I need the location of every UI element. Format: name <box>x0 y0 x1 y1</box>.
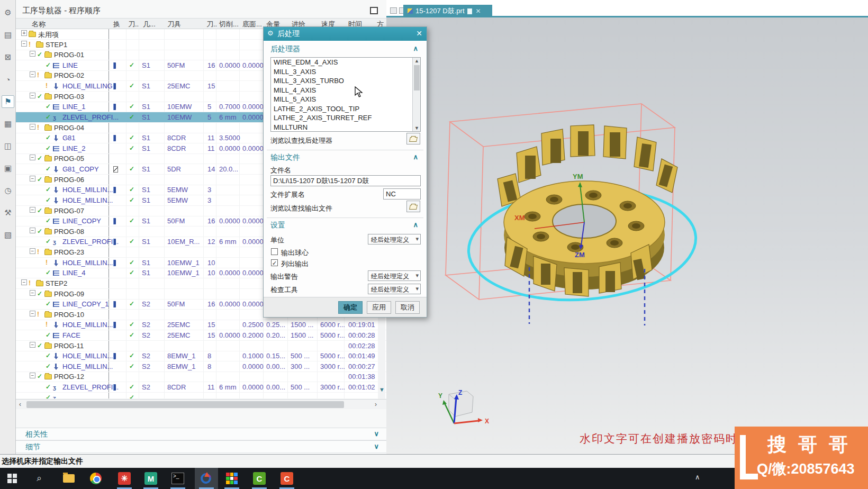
expander-icon[interactable]: − <box>30 373 35 378</box>
postprocessor-item[interactable]: MILL_3_AXIS_TURBO <box>271 76 420 86</box>
dialog-close-icon[interactable]: ✕ <box>416 29 422 38</box>
list-output-checkbox[interactable]: ✓ <box>271 259 278 266</box>
mindmaster-icon[interactable]: M <box>139 468 162 489</box>
roles-icon[interactable]: ▧ <box>2 229 14 241</box>
tree-row[interactable]: −✓PROG-1100:02:28 <box>16 341 386 351</box>
rubiks-app-icon[interactable] <box>220 468 243 489</box>
collapse-chevron-icon[interactable]: ∧ <box>413 221 418 229</box>
expander-icon[interactable]: − <box>30 51 35 57</box>
collapse-chevron-icon[interactable]: ∧ <box>413 153 418 161</box>
column-header-刀[interactable]: 刀.. <box>128 20 139 29</box>
search-icon[interactable]: ⌕ <box>28 468 51 489</box>
window-cascade-icon[interactable] <box>390 7 397 14</box>
postprocessor-item[interactable]: MILLTURN <box>271 123 420 132</box>
expander-icon[interactable]: − <box>30 155 35 160</box>
constraint-navigator-icon[interactable]: ⊠ <box>2 51 14 64</box>
chevron-down-icon[interactable]: ∨ <box>374 442 379 450</box>
tree-row[interactable]: ✓HOLE_MILLIN...✓S28EMW_180.00000.00...30… <box>16 361 386 372</box>
scroll-up-icon[interactable]: ▲ <box>414 58 419 64</box>
scrollbar-thumb[interactable] <box>26 401 344 408</box>
expander-icon[interactable]: − <box>30 290 35 296</box>
postprocessor-item[interactable]: MILL_3_AXIS <box>271 67 420 77</box>
column-header-几[interactable]: 几... <box>143 20 156 29</box>
process-assistant-icon[interactable]: ◫ <box>2 140 14 152</box>
filename-input[interactable]: D:\Li\15-1207 D鼓\15-1207 D鼓 <box>270 175 421 186</box>
apply-button[interactable]: 应用 <box>367 301 391 314</box>
tree-row[interactable]: ✓ʒ✓ <box>16 393 386 399</box>
notebook-icon[interactable]: ▣ <box>2 162 14 175</box>
column-header-刀[interactable]: 刀.. <box>206 20 217 29</box>
collapse-chevron-icon[interactable]: ∧ <box>413 44 418 52</box>
maximize-panel-button[interactable] <box>370 7 378 14</box>
dialog-titlebar[interactable]: ⚙ 后处理 ✕ <box>264 27 427 41</box>
column-header-底面[interactable]: 底面... <box>242 20 262 29</box>
column-header-名称[interactable]: 名称 <box>32 20 46 29</box>
tree-row[interactable]: ✓ʒZLEVEL_PROFI...✓S28CDR116 mm0.00000.00… <box>16 382 386 393</box>
output-ball-center-checkbox[interactable] <box>271 248 278 255</box>
tray-chevron-icon[interactable]: ∧ <box>695 473 700 481</box>
expander-icon[interactable]: − <box>30 176 35 182</box>
postprocessor-item[interactable]: LATHE_2_AXIS_TOOL_TIP <box>271 104 420 114</box>
file-explorer-icon[interactable] <box>57 468 80 489</box>
postprocessor-item[interactable]: MILL_4_AXIS <box>271 86 420 95</box>
tree-row[interactable]: !HOLE_MILLIN...✓S225EMC150.25000.25...15… <box>16 320 386 330</box>
postprocessor-item[interactable]: MILL_5_AXIS <box>271 95 420 104</box>
tree-row[interactable]: ✓FACE✓S225EMC150.00000.20000.20...1500 .… <box>16 330 386 341</box>
chrome-icon[interactable] <box>84 468 107 489</box>
expander-icon[interactable]: − <box>30 228 35 233</box>
machine-tool-view-icon[interactable]: ▦ <box>2 117 14 130</box>
column-header-换[interactable]: 换 <box>113 20 120 29</box>
history-icon[interactable]: ◷ <box>2 184 14 197</box>
assembly-navigator-icon[interactable]: ▤ <box>2 29 14 41</box>
postprocessor-item[interactable]: WIRE_EDM_4_AXIS <box>271 58 420 67</box>
nx-icon[interactable] <box>195 468 218 489</box>
expander-icon[interactable]: − <box>30 207 35 213</box>
scroll-down-icon[interactable]: ▼ <box>379 386 385 393</box>
expander-icon[interactable]: − <box>30 93 35 98</box>
scroll-left-icon[interactable]: ‹ <box>19 401 21 408</box>
graphics-viewport[interactable]: YM XM ZM Y Z X <box>386 17 868 454</box>
view-triad[interactable]: Y Z X <box>438 389 489 425</box>
units-dropdown[interactable]: 经后处理定义 <box>368 234 421 245</box>
cancel-button[interactable]: 取消 <box>395 301 420 314</box>
list-scrollbar[interactable]: ▲ ▼ <box>412 58 420 131</box>
relatedness-panel[interactable]: 相关性 ∨ <box>16 428 386 440</box>
tools-icon[interactable]: ⚒ <box>2 206 14 219</box>
red-c-app-icon[interactable]: C <box>275 468 299 489</box>
expander-icon[interactable]: − <box>30 311 35 316</box>
output-warning-dropdown[interactable]: 经后处理定义 <box>368 270 421 281</box>
close-tab-icon[interactable]: ✕ <box>476 7 481 15</box>
part-navigator-icon[interactable]: ◔ <box>2 73 14 86</box>
drum-part[interactable] <box>498 125 677 296</box>
tree-row[interactable]: −✓PROG-1200:01:38 <box>16 372 386 382</box>
red-asterisk-app-icon[interactable]: ✳ <box>113 468 136 489</box>
camtasia-green-icon[interactable]: C <box>248 468 271 489</box>
expander-icon[interactable]: + <box>21 30 27 36</box>
column-header-切削[interactable]: 切削... <box>219 20 239 29</box>
scroll-down-icon[interactable]: ▼ <box>414 125 419 131</box>
chevron-down-icon[interactable]: ∨ <box>374 430 379 438</box>
expander-icon[interactable]: − <box>30 71 35 77</box>
terminal-icon[interactable]: >_ <box>166 468 189 489</box>
expander-icon[interactable]: − <box>21 41 27 47</box>
settings-icon[interactable]: ⚙ <box>2 6 14 19</box>
browse-output-button[interactable] <box>406 201 420 212</box>
postprocessor-item[interactable]: LATHE_2_AXIS_TURRET_REF <box>271 113 420 123</box>
expander-icon[interactable]: − <box>21 279 27 285</box>
scroll-right-icon[interactable]: › <box>375 401 377 408</box>
postprocessor-list[interactable]: WIRE_EDM_4_AXISMILL_3_AXISMILL_3_AXIS_TU… <box>270 57 421 132</box>
ok-button[interactable]: 确定 <box>338 301 363 314</box>
file-extension-input[interactable]: NC <box>383 188 421 200</box>
expander-icon[interactable]: − <box>30 342 35 348</box>
expander-icon[interactable]: − <box>30 248 35 254</box>
browse-postprocessor-button[interactable] <box>406 133 420 144</box>
vertical-scrollbar[interactable]: ▼ <box>378 318 385 399</box>
horizontal-scrollbar[interactable]: ‹ › <box>16 399 386 409</box>
column-header-刀具[interactable]: 刀具 <box>167 20 181 29</box>
start-button[interactable] <box>1 468 24 489</box>
operation-navigator-icon[interactable]: ⚑ <box>2 95 14 108</box>
scrollbar-thumb[interactable] <box>414 65 420 90</box>
tree-row[interactable]: ✓HOLE_MILLIN...✓S28EMW_180.10000.15...50… <box>16 351 386 361</box>
postprocess-dialog[interactable]: ⚙ 后处理 ✕ 后处理器 ∧ WIRE_EDM_4_AXISMILL_3_AXI… <box>263 26 427 318</box>
expander-icon[interactable]: − <box>30 124 35 130</box>
